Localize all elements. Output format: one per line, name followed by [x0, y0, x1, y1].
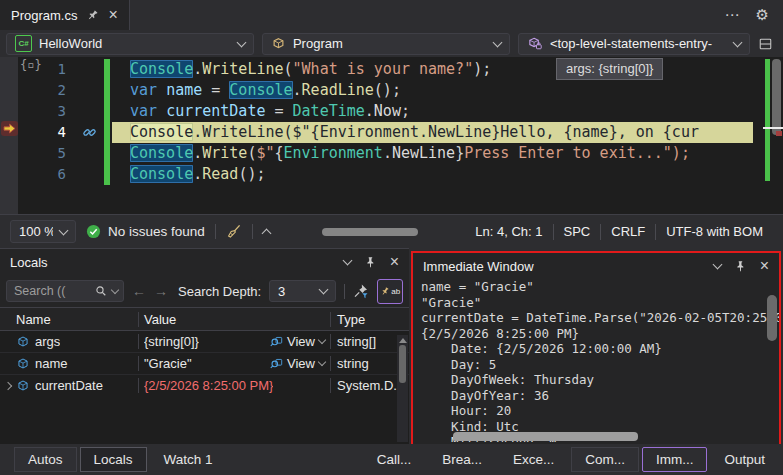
document-tab-title: Program.cs	[11, 8, 77, 23]
scrollbar-thumb[interactable]	[399, 345, 406, 383]
locals-vertical-scrollbar[interactable]	[397, 335, 408, 442]
code-line-3[interactable]: 3var currentDate = DateTime.Now;	[0, 101, 783, 122]
locals-empty-area	[0, 394, 409, 444]
pin-glyph-icon	[380, 286, 390, 297]
scrollbar-up-arrow[interactable]	[399, 338, 407, 343]
pinnable-properties-icon[interactable]: ab	[377, 279, 403, 304]
immediate-line: Hour: 20	[421, 403, 779, 419]
search-box[interactable]	[6, 280, 124, 302]
type-name: Program	[293, 36, 487, 51]
locals-row[interactable]: name"Gracie"Viewstring	[0, 353, 409, 375]
column-header-name[interactable]: Name	[0, 312, 138, 327]
ab-glyph: ab	[391, 287, 400, 296]
code-editor[interactable]: {▫} 1Console.WriteLine("What is your nam…	[0, 57, 783, 214]
code-text: var name = Console.ReadLine();	[130, 80, 401, 101]
locals-grid-header[interactable]: Name Value Type	[0, 307, 409, 331]
panel-tab-brea[interactable]: Brea...	[428, 447, 496, 472]
pin-icon[interactable]	[364, 256, 377, 269]
zoom-level: 100 %	[19, 224, 53, 239]
close-icon[interactable]: ×	[760, 257, 769, 275]
caret-position[interactable]: Ln: 4, Ch: 1	[465, 224, 552, 239]
window-menu-chevron-icon[interactable]	[712, 260, 722, 270]
column-header-value[interactable]: Value	[138, 312, 330, 327]
project-dropdown[interactable]: C# HelloWorld	[6, 33, 254, 55]
immediate-title-bar[interactable]: Immediate Window ×	[413, 253, 779, 279]
member-name: <top-level-statements-entry-	[550, 36, 727, 51]
editor-vertical-scrollbar[interactable]	[763, 57, 783, 214]
link-icon[interactable]	[82, 125, 97, 140]
type-dropdown[interactable]: Program	[262, 33, 510, 55]
variables-tab-group: AutosLocalsWatch 1	[14, 447, 227, 472]
panel-tab-autos[interactable]: Autos	[14, 447, 77, 472]
code-line-1[interactable]: 1Console.WriteLine("What is your name?")…	[0, 59, 783, 80]
immediate-line: Day: 5	[421, 357, 779, 373]
view-label: View	[287, 356, 315, 371]
forward-arrow-icon[interactable]: →	[154, 283, 168, 299]
search-input[interactable]	[12, 283, 90, 299]
panel-tab-imm[interactable]: Imm...	[642, 447, 708, 472]
code-line-6[interactable]: 6Console.Read();	[0, 164, 783, 185]
expand-chevron-icon[interactable]	[0, 383, 16, 389]
code-line-4[interactable]: 4Console.WriteLine($"{Environment.NewLin…	[0, 122, 783, 143]
search-icon[interactable]	[95, 285, 107, 297]
line-number: 3	[36, 101, 66, 122]
view-button[interactable]: View	[269, 356, 330, 371]
pin-filter-icon[interactable]	[353, 283, 369, 299]
line-number: 4	[36, 122, 66, 143]
pin-icon[interactable]	[84, 6, 102, 24]
view-button[interactable]: View	[269, 334, 330, 349]
collapse-chevron-icon[interactable]	[261, 228, 271, 238]
window-menu-chevron-icon[interactable]	[342, 256, 352, 266]
chevron-down-icon	[318, 358, 326, 366]
member-dropdown[interactable]: <top-level-statements-entry-	[518, 33, 750, 55]
close-icon[interactable]: ×	[390, 253, 399, 271]
panel-tab-call[interactable]: Call...	[363, 447, 426, 472]
more-options-icon[interactable]: ⋯	[725, 6, 740, 24]
panel-tab-exce[interactable]: Exce...	[499, 447, 568, 472]
editor-horizontal-scrollbar[interactable]	[322, 228, 418, 236]
panel-tab-locals[interactable]: Locals	[80, 447, 147, 472]
close-icon[interactable]: ×	[108, 7, 117, 23]
locals-title-bar[interactable]: Locals ×	[0, 249, 409, 275]
code-line-5[interactable]: 5Console.Write($"{Environment.NewLine}Pr…	[0, 143, 783, 164]
code-line-2[interactable]: 2var name = Console.ReadLine();	[0, 80, 783, 101]
divider	[252, 224, 253, 239]
pin-icon[interactable]	[734, 260, 747, 273]
execution-pointer-icon	[1, 121, 18, 136]
immediate-vertical-scrollbar[interactable]	[767, 295, 777, 341]
csharp-project-icon: C#	[15, 35, 32, 52]
column-header-type[interactable]: Type	[330, 312, 409, 327]
datatip[interactable]: args: {string[0]}	[556, 58, 663, 80]
back-arrow-icon[interactable]: ←	[132, 283, 146, 299]
code-cleanup-broom-icon[interactable]	[226, 224, 242, 240]
variable-icon	[16, 357, 35, 370]
panel-tab-com[interactable]: Com...	[571, 447, 639, 472]
gear-icon[interactable]: ⚙	[756, 6, 769, 24]
view-icon	[269, 357, 283, 370]
chevron-down-icon	[319, 285, 329, 295]
document-tab-strip: Program.cs × ⋯ ⚙	[0, 0, 783, 30]
view-label: View	[287, 334, 315, 349]
locals-title: Locals	[10, 255, 48, 270]
zoom-dropdown[interactable]: 100 %	[10, 220, 76, 243]
variable-name: currentDate	[35, 378, 103, 393]
split-window-icon[interactable]	[758, 37, 777, 51]
panel-tab-output[interactable]: Output	[710, 447, 779, 472]
variable-value: {2/5/2026 8:25:00 PM}	[144, 378, 273, 393]
locals-row[interactable]: args{string[0]}Viewstring[]	[0, 331, 409, 353]
issues-indicator[interactable]: No issues found	[86, 224, 205, 239]
chevron-down-icon[interactable]	[111, 285, 119, 293]
immediate-line: "Gracie"	[421, 295, 779, 311]
panel-tab-watch-1[interactable]: Watch 1	[150, 447, 227, 472]
encoding[interactable]: UTF-8 with BOM	[656, 224, 773, 239]
entry-point-icon	[527, 36, 543, 51]
line-ending[interactable]: CRLF	[601, 224, 655, 239]
caret-status-group: Ln: 4, Ch: 1 SPC CRLF UTF-8 with BOM	[465, 224, 773, 240]
scrollbar-thumb[interactable]	[772, 59, 781, 135]
immediate-output[interactable]: name = "Gracie""Gracie"currentDate = Dat…	[413, 279, 779, 442]
immediate-horizontal-scrollbar[interactable]	[453, 432, 638, 441]
tab-strip-actions: ⋯ ⚙	[725, 0, 783, 30]
whitespace-mode[interactable]: SPC	[554, 224, 601, 239]
document-tab[interactable]: Program.cs ×	[0, 0, 130, 30]
search-depth-dropdown[interactable]: 3	[269, 280, 336, 302]
